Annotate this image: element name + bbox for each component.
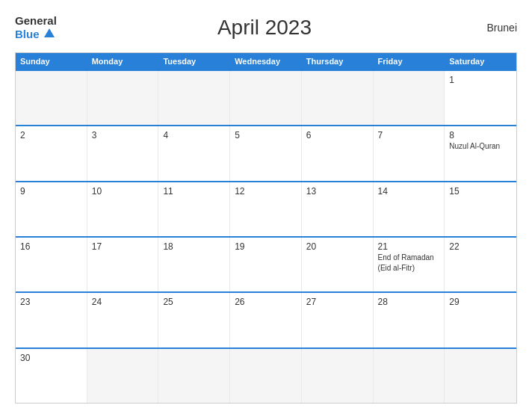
calendar-cell: 30 bbox=[16, 349, 87, 403]
cell-date: 9 bbox=[20, 186, 82, 197]
cell-date: 29 bbox=[449, 297, 512, 307]
cell-date: 8 bbox=[449, 130, 512, 140]
weekday-header-sunday: Sunday bbox=[16, 53, 87, 69]
calendar-cell: 14 bbox=[374, 182, 445, 236]
calendar-cell: 22 bbox=[445, 238, 516, 291]
cell-date: 22 bbox=[449, 241, 512, 252]
calendar-cell bbox=[158, 71, 230, 125]
calendar-cell: 1 bbox=[445, 71, 516, 125]
weekday-header-saturday: Saturday bbox=[445, 53, 516, 69]
calendar-cell: 19 bbox=[230, 238, 302, 291]
cell-date: 5 bbox=[235, 130, 297, 140]
calendar-cell: 15 bbox=[445, 182, 516, 236]
calendar-cell: 28 bbox=[374, 293, 445, 347]
cell-date: 18 bbox=[163, 241, 225, 252]
country-label: Brunei bbox=[472, 22, 517, 34]
calendar-row-1: 2345678Nuzul Al-Quran bbox=[16, 125, 516, 180]
calendar-cell bbox=[87, 349, 159, 403]
calendar-cell: 2 bbox=[16, 126, 87, 180]
cell-date: 23 bbox=[20, 297, 82, 307]
weekday-header-monday: Monday bbox=[87, 53, 159, 69]
logo: General Blue bbox=[15, 15, 57, 40]
cell-date: 21 bbox=[378, 241, 440, 252]
calendar-cell: 29 bbox=[445, 293, 516, 347]
cell-date: 14 bbox=[378, 186, 440, 197]
cell-date: 20 bbox=[306, 241, 368, 252]
cell-date: 11 bbox=[163, 186, 225, 197]
cell-date: 28 bbox=[378, 297, 440, 307]
cell-date: 12 bbox=[235, 186, 297, 197]
cell-date: 10 bbox=[92, 186, 154, 197]
calendar-cell: 8Nuzul Al-Quran bbox=[445, 126, 516, 180]
calendar-cell: 21End of Ramadan (Eid al-Fitr) bbox=[374, 238, 445, 291]
calendar-cell: 10 bbox=[87, 182, 159, 236]
cell-date: 3 bbox=[92, 130, 154, 140]
logo-triangle-icon bbox=[44, 28, 55, 37]
cell-date: 1 bbox=[449, 75, 512, 85]
calendar-row-3: 161718192021End of Ramadan (Eid al-Fitr)… bbox=[16, 236, 516, 291]
calendar-cell bbox=[230, 349, 302, 403]
calendar-cell: 17 bbox=[87, 238, 159, 291]
calendar-cell: 5 bbox=[230, 126, 302, 180]
calendar-cell: 26 bbox=[230, 293, 302, 347]
calendar-title: April 2023 bbox=[57, 16, 472, 40]
calendar-cell: 24 bbox=[87, 293, 159, 347]
calendar-body: 12345678Nuzul Al-Quran910111213141516171… bbox=[16, 69, 516, 403]
page-header: General Blue April 2023 Brunei bbox=[15, 15, 517, 40]
calendar-cell: 11 bbox=[158, 182, 230, 236]
calendar-weekday-header: SundayMondayTuesdayWednesdayThursdayFrid… bbox=[16, 53, 516, 69]
calendar-cell: 7 bbox=[374, 126, 445, 180]
calendar-cell bbox=[230, 71, 302, 125]
cell-event: Nuzul Al-Quran bbox=[449, 142, 500, 150]
calendar-cell: 12 bbox=[230, 182, 302, 236]
weekday-header-wednesday: Wednesday bbox=[230, 53, 302, 69]
logo-blue-text: Blue bbox=[15, 28, 55, 41]
calendar-cell: 27 bbox=[302, 293, 374, 347]
cell-date: 26 bbox=[235, 297, 297, 307]
cell-event: End of Ramadan (Eid al-Fitr) bbox=[378, 253, 434, 272]
calendar-cell: 18 bbox=[158, 238, 230, 291]
cell-date: 19 bbox=[235, 241, 297, 252]
calendar-cell: 20 bbox=[302, 238, 374, 291]
calendar-row-2: 9101112131415 bbox=[16, 181, 516, 236]
calendar-cell: 3 bbox=[87, 126, 159, 180]
calendar-row-last: 30 bbox=[16, 347, 516, 403]
weekday-header-tuesday: Tuesday bbox=[158, 53, 230, 69]
cell-date: 13 bbox=[306, 186, 368, 197]
calendar: SundayMondayTuesdayWednesdayThursdayFrid… bbox=[15, 52, 517, 404]
cell-date: 25 bbox=[163, 297, 225, 307]
cell-date: 4 bbox=[163, 130, 225, 140]
calendar-cell bbox=[374, 71, 445, 125]
calendar-cell bbox=[302, 71, 374, 125]
calendar-row-4: 23242526272829 bbox=[16, 291, 516, 347]
calendar-cell: 9 bbox=[16, 182, 87, 236]
calendar-row-0: 1 bbox=[16, 69, 516, 125]
cell-date: 15 bbox=[449, 186, 512, 197]
calendar-cell bbox=[87, 71, 159, 125]
cell-date: 27 bbox=[306, 297, 368, 307]
calendar-cell bbox=[374, 349, 445, 403]
calendar-cell: 13 bbox=[302, 182, 374, 236]
calendar-cell bbox=[445, 349, 516, 403]
cell-date: 30 bbox=[20, 353, 82, 363]
cell-date: 2 bbox=[20, 130, 82, 140]
calendar-cell: 23 bbox=[16, 293, 87, 347]
calendar-cell bbox=[16, 71, 87, 125]
logo-general-text: General bbox=[15, 15, 57, 28]
cell-date: 7 bbox=[378, 130, 440, 140]
calendar-cell bbox=[302, 349, 374, 403]
calendar-cell: 16 bbox=[16, 238, 87, 291]
calendar-cell: 4 bbox=[158, 126, 230, 180]
cell-date: 16 bbox=[20, 241, 82, 252]
calendar-cell: 25 bbox=[158, 293, 230, 347]
calendar-cell bbox=[158, 349, 230, 403]
calendar-cell: 6 bbox=[302, 126, 374, 180]
weekday-header-thursday: Thursday bbox=[302, 53, 374, 69]
cell-date: 6 bbox=[306, 130, 368, 140]
cell-date: 24 bbox=[92, 297, 154, 307]
weekday-header-friday: Friday bbox=[374, 53, 445, 69]
cell-date: 17 bbox=[92, 241, 154, 252]
